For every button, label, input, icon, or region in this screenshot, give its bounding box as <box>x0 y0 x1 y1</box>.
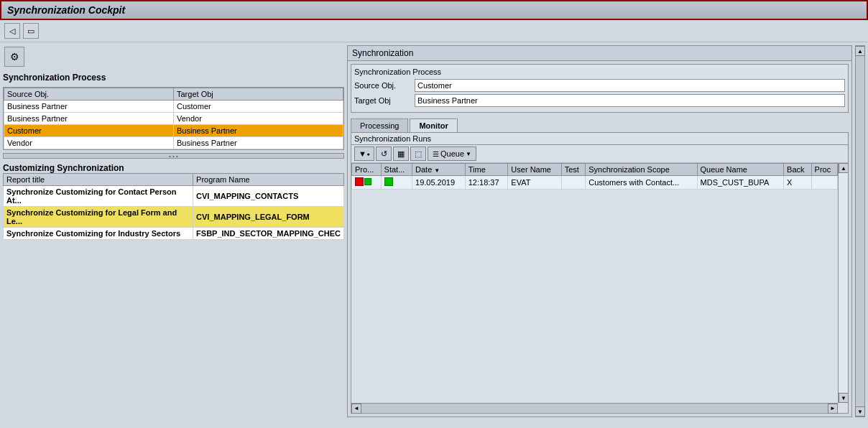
col-pro: Pro... <box>352 164 382 176</box>
app-title: Synchronization Cockpit <box>7 4 125 16</box>
queue-label: Queue <box>440 149 464 158</box>
user-cell: EVAT <box>508 176 561 190</box>
minimize-button[interactable]: ▭ <box>23 23 39 39</box>
scope-cell: Customers with Contact... <box>586 176 697 190</box>
sync-process-label: Synchronization Process <box>3 71 344 84</box>
test-cell <box>561 176 586 190</box>
source-input[interactable] <box>415 79 845 92</box>
right-panel-title: Synchronization <box>348 46 851 61</box>
back-button[interactable]: ◁ <box>4 23 20 39</box>
refresh-icon: ↺ <box>381 149 387 159</box>
table-row[interactable]: Business PartnerCustomer <box>4 101 343 113</box>
table-row[interactable]: Synchronize Customizing for Industry Sec… <box>4 228 344 240</box>
customizing-table: Report title Program Name Synchronize Cu… <box>3 173 344 240</box>
table-row[interactable]: Synchronize Customizing for Legal Form a… <box>4 207 344 228</box>
proc-icons <box>355 177 371 186</box>
resizer[interactable]: • • • <box>3 153 344 159</box>
horizontal-scrollbar[interactable]: ◄ ► <box>351 403 838 413</box>
source-cell: Business Partner <box>4 101 174 113</box>
sync-runs-title: Synchronization Runs <box>351 133 848 145</box>
col-scope: Synchronization Scope <box>586 164 697 176</box>
col-date: Date ▼ <box>412 164 466 176</box>
date-cell: 19.05.2019 <box>412 176 466 190</box>
col-source: Source Obj. <box>4 88 174 101</box>
export-icon: ⬚ <box>415 149 422 159</box>
source-cell: Customer <box>4 125 174 137</box>
title-bar: Synchronization Cockpit <box>0 0 868 20</box>
rp-scroll-down[interactable]: ▼ <box>855 406 865 417</box>
tab-monitor[interactable]: Monitor <box>410 118 457 132</box>
queue-cell: MDS_CUST_BUPA <box>697 176 784 190</box>
left-panel: ⚙ Synchronization Process Source Obj. Ta… <box>3 45 344 417</box>
filter-label: ⬥ <box>366 150 370 157</box>
proc-last-cell <box>811 176 837 190</box>
back-cell: X <box>784 176 812 190</box>
sync-process-section-title: Synchronization Process <box>354 68 845 76</box>
main-container: ⚙ Synchronization Process Source Obj. Ta… <box>0 42 868 420</box>
col-stat: Stat... <box>381 164 412 176</box>
report-title-cell: Synchronize Customizing for Contact Pers… <box>4 186 193 207</box>
grid-btn[interactable]: ▦ <box>393 146 409 161</box>
source-label: Source Obj. <box>354 81 412 90</box>
queue-icon: ☰ <box>433 150 439 158</box>
table-row[interactable]: CustomerBusiness Partner <box>4 125 343 137</box>
sync-runs-toolbar: ▼ ⬥ ↺ ▦ ⬚ ☰ Queue ▼ <box>351 145 848 163</box>
filter-btn[interactable]: ▼ ⬥ <box>354 146 374 161</box>
right-panel: Synchronization Synchronization Process … <box>347 45 852 417</box>
sync-runs-container: Synchronization Runs ▼ ⬥ ↺ ▦ ⬚ ☰ Q <box>351 132 849 414</box>
source-cell: Vendor <box>4 137 174 149</box>
customizing-label: Customizing Synchronization Report title… <box>3 162 344 417</box>
scrollbar-right-arrow[interactable]: ► <box>828 404 838 414</box>
col-test: Test <box>561 164 586 176</box>
customizing-section-label: Customizing Synchronization <box>3 163 344 173</box>
runs-table-scroll-area: Pro... Stat... Date ▼ Time User Name Tes… <box>351 163 838 190</box>
program-name-cell: FSBP_IND_SECTOR_MAPPING_CHEC <box>193 228 344 240</box>
col-user: User Name <box>508 164 561 176</box>
col-time: Time <box>465 164 508 176</box>
queue-btn[interactable]: ☰ Queue ▼ <box>428 146 476 161</box>
date-sort-icon: ▼ <box>434 167 440 174</box>
tab-processing[interactable]: Processing <box>351 118 408 132</box>
export-btn[interactable]: ⬚ <box>410 146 426 161</box>
sync-icon-bar: ⚙ <box>3 45 344 68</box>
report-title-cell: Synchronize Customizing for Legal Form a… <box>4 207 193 228</box>
target-cell: Business Partner <box>174 137 343 149</box>
col-proc: Proc <box>811 164 837 176</box>
table-row[interactable]: Business PartnerVendor <box>4 113 343 125</box>
target-cell: Customer <box>174 101 343 113</box>
table-row[interactable]: VendorBusiness Partner <box>4 137 343 149</box>
sync-settings-icon[interactable]: ⚙ <box>4 47 24 67</box>
scrollbar-left-arrow[interactable]: ◄ <box>351 404 361 414</box>
sync-process-section: Synchronization Process Source Obj. Targ… <box>351 64 849 113</box>
runs-scrollbar[interactable]: ▲ ▼ <box>838 163 848 403</box>
queue-arrow-icon: ▼ <box>466 151 471 157</box>
stat-cell <box>381 176 412 190</box>
scrollbar-down-arrow[interactable]: ▼ <box>839 393 848 403</box>
main-toolbar: ◁ ▭ <box>0 20 868 42</box>
table-row[interactable]: 19.05.2019 12:18:37 EVAT Customers with … <box>352 176 838 190</box>
col-report-title: Report title <box>4 174 193 186</box>
sync-process-table: Source Obj. Target Obj Business PartnerC… <box>4 88 343 149</box>
target-input[interactable] <box>415 94 845 107</box>
col-queue: Queue Name <box>697 164 784 176</box>
sync-runs-table: Pro... Stat... Date ▼ Time User Name Tes… <box>351 163 838 190</box>
rp-scroll-up[interactable]: ▲ <box>855 46 865 56</box>
scrollbar-track <box>839 173 848 393</box>
source-cell: Business Partner <box>4 113 174 125</box>
sync-process-table-container: Source Obj. Target Obj Business PartnerC… <box>3 87 344 150</box>
right-panel-scrollbar[interactable]: ▲ ▼ <box>855 45 865 417</box>
runs-table-wrapper: Pro... Stat... Date ▼ Time User Name Tes… <box>351 163 848 403</box>
scrollbar-up-arrow[interactable]: ▲ <box>839 163 848 173</box>
table-row[interactable]: Synchronize Customizing for Contact Pers… <box>4 186 344 207</box>
col-program-name: Program Name <box>193 174 344 186</box>
col-target: Target Obj <box>174 88 343 101</box>
source-field-row: Source Obj. <box>354 79 845 92</box>
proc-green-icon <box>364 178 371 185</box>
refresh-btn[interactable]: ↺ <box>376 146 392 161</box>
program-name-cell: CVI_MAPPING_CONTACTS <box>193 186 344 207</box>
report-title-cell: Synchronize Customizing for Industry Sec… <box>4 228 193 240</box>
grid-icon: ▦ <box>397 149 405 159</box>
status-green-icon <box>384 177 393 186</box>
tabs-container: Processing Monitor <box>351 118 849 132</box>
target-cell: Business Partner <box>174 125 343 137</box>
